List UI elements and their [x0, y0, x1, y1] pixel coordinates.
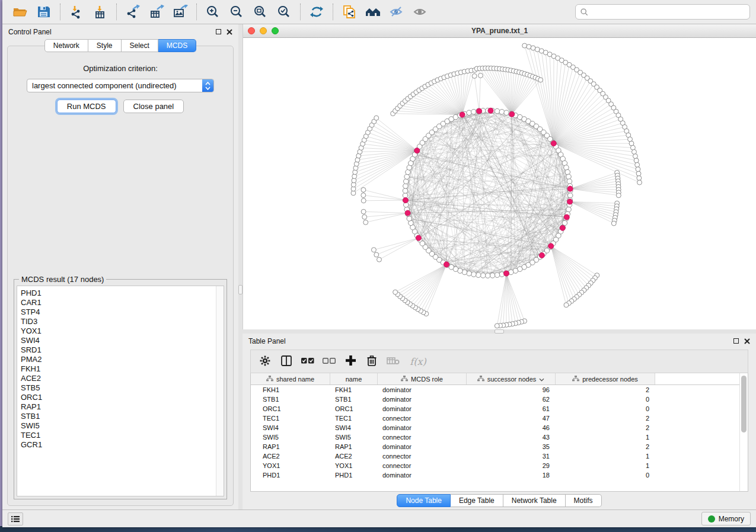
table-cell[interactable]: dominator — [378, 472, 467, 479]
table-cell[interactable]: STB1 — [251, 396, 330, 403]
table-cell[interactable]: 1 — [556, 462, 655, 469]
mcds-result-item[interactable]: FKH1 — [21, 364, 215, 374]
table-cell[interactable]: STB1 — [330, 396, 378, 403]
table-cell[interactable]: 0 — [556, 405, 655, 412]
table-cell[interactable]: RAP1 — [330, 443, 378, 450]
table-cell[interactable]: dominator — [378, 443, 467, 450]
show-all-button[interactable] — [409, 2, 432, 21]
table-cell[interactable]: 2 — [556, 386, 655, 393]
table-row[interactable]: SWI5SWI5connector431 — [251, 432, 739, 442]
table-cell[interactable]: 46 — [467, 424, 556, 431]
network-graph[interactable] — [243, 38, 756, 329]
mcds-result-item[interactable]: RAP1 — [21, 402, 215, 412]
column-header-MCDS-role[interactable]: MCDS role — [378, 373, 467, 384]
export-network-button[interactable] — [121, 2, 145, 21]
table-cell[interactable]: 2 — [556, 415, 655, 422]
table-cell[interactable]: TEC1 — [330, 415, 378, 422]
table-cell[interactable]: 96 — [467, 386, 556, 393]
column-header-predecessor-nodes[interactable]: predecessor nodes — [556, 373, 655, 384]
float-panel-icon[interactable] — [216, 29, 221, 34]
table-cell[interactable]: RAP1 — [251, 443, 330, 450]
table-cell[interactable]: 0 — [556, 396, 655, 403]
table-cell[interactable]: PHD1 — [330, 472, 378, 479]
export-image-button[interactable] — [168, 2, 192, 21]
table-cell[interactable]: YOX1 — [330, 462, 378, 469]
mcds-result-item[interactable]: ACE2 — [21, 374, 215, 383]
table-cell[interactable]: ACE2 — [251, 453, 330, 460]
table-row[interactable]: TEC1TEC1connector472 — [251, 414, 739, 423]
mcds-result-item[interactable]: GCR1 — [21, 440, 215, 450]
zoom-selected-button[interactable] — [272, 2, 296, 21]
mcds-result-list[interactable]: PHD1CAR1STP4TID3YOX1SWI4SRD1PMA2FKH1ACE2… — [17, 286, 224, 496]
table-cell[interactable]: ACE2 — [330, 453, 378, 460]
mcds-result-item[interactable]: TID3 — [21, 317, 215, 326]
table-row[interactable]: YOX1YOX1connector291 — [251, 461, 739, 470]
splitter-grip[interactable] — [495, 329, 504, 334]
import-network-button[interactable] — [65, 2, 88, 21]
horizontal-splitter[interactable] — [243, 329, 756, 334]
table-row[interactable]: ACE2ACE2connector311 — [251, 451, 739, 461]
export-table-button[interactable] — [145, 2, 168, 21]
close-panel-icon[interactable] — [227, 29, 232, 35]
mcds-result-item[interactable]: CAR1 — [21, 298, 215, 307]
task-history-button[interactable] — [8, 512, 23, 525]
select-all-button[interactable] — [298, 352, 317, 370]
mcds-result-item[interactable]: STP4 — [21, 307, 215, 317]
tab-edge-table[interactable]: Edge Table — [451, 494, 503, 507]
mcds-result-item[interactable]: YOX1 — [21, 326, 215, 336]
table-cell[interactable]: dominator — [378, 396, 467, 403]
delete-column-button[interactable] — [362, 352, 381, 370]
tab-mcds[interactable]: MCDS — [158, 39, 196, 52]
table-cell[interactable]: 0 — [556, 472, 655, 479]
table-cell[interactable]: ORC1 — [251, 405, 330, 412]
mcds-result-item[interactable]: SWI5 — [21, 421, 215, 431]
table-row[interactable]: FKH1FKH1dominator962 — [251, 385, 739, 395]
table-row[interactable]: RAP1RAP1dominator352 — [251, 442, 739, 451]
import-table-button[interactable] — [88, 2, 112, 21]
table-cell[interactable]: 1 — [556, 434, 655, 441]
table-cell[interactable]: 29 — [467, 462, 556, 469]
search-box[interactable] — [575, 4, 750, 20]
table-cell[interactable]: 61 — [467, 405, 556, 412]
run-mcds-button[interactable]: Run MCDS — [57, 100, 116, 113]
network-canvas[interactable] — [243, 38, 756, 329]
table-cell[interactable]: 35 — [467, 443, 556, 450]
table-cell[interactable]: SWI4 — [251, 424, 330, 431]
table-cell[interactable]: YOX1 — [251, 462, 330, 469]
mcds-result-item[interactable]: TEC1 — [21, 431, 215, 440]
table-cell[interactable]: dominator — [378, 405, 467, 412]
table-cell[interactable]: ORC1 — [330, 405, 378, 412]
table-cell[interactable]: 31 — [467, 453, 556, 460]
table-cell[interactable]: connector — [378, 462, 467, 469]
network-titlebar[interactable]: YPA_prune.txt_1 — [243, 24, 756, 38]
close-panel-icon[interactable] — [744, 338, 750, 344]
first-neighbors-button[interactable] — [361, 2, 385, 21]
table-cell[interactable]: SWI4 — [330, 424, 378, 431]
minimize-window-icon[interactable] — [260, 27, 267, 34]
vertical-splitter[interactable] — [238, 24, 243, 509]
tab-network-table[interactable]: Network Table — [503, 494, 566, 507]
table-cell[interactable]: 62 — [467, 396, 556, 403]
mcds-list-scrollbar[interactable] — [216, 286, 224, 496]
mcds-result-item[interactable]: PHD1 — [21, 289, 215, 298]
table-cell[interactable]: connector — [378, 434, 467, 441]
mcds-result-item[interactable]: SWI4 — [21, 336, 215, 345]
table-cell[interactable]: connector — [378, 415, 467, 422]
table-cell[interactable]: SWI5 — [251, 434, 330, 441]
tab-motifs[interactable]: Motifs — [566, 494, 602, 507]
table-settings-button[interactable] — [256, 352, 275, 370]
tab-style[interactable]: Style — [88, 39, 122, 52]
zoom-fit-button[interactable] — [248, 2, 272, 21]
mcds-result-item[interactable]: STB5 — [21, 383, 215, 393]
column-header-shared-name[interactable]: shared name — [251, 373, 330, 384]
criterion-select[interactable]: largest connected component (undirected) — [27, 79, 214, 92]
table-cell[interactable]: 47 — [467, 415, 556, 422]
memory-button[interactable]: Memory — [701, 512, 751, 525]
show-columns-button[interactable] — [277, 352, 296, 370]
open-file-button[interactable] — [8, 2, 32, 21]
mcds-result-item[interactable]: SRD1 — [21, 345, 215, 355]
close-window-icon[interactable] — [248, 27, 255, 34]
column-header-name[interactable]: name — [330, 373, 378, 384]
table-cell[interactable]: TEC1 — [251, 415, 330, 422]
splitter-grip[interactable] — [238, 285, 243, 294]
